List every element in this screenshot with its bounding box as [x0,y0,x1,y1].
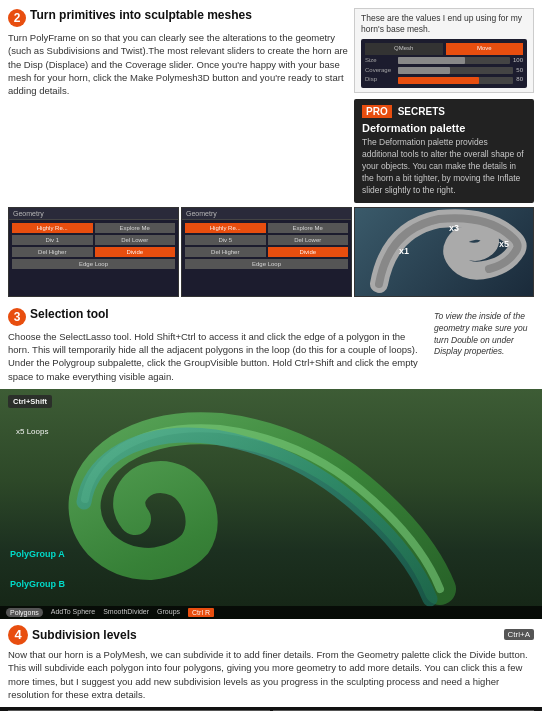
pro-secrets-body: The Deformation palette provides additio… [362,137,526,196]
loops-label: x5 Loops [16,427,48,436]
step3-heading: 3 Selection tool [8,307,428,326]
ctrl-shift-badge: Ctrl+Shift [8,395,52,408]
pro-secrets-header: PRO SECRETS [362,105,526,118]
step2-block: 2 Turn primitives into sculptable meshes… [8,8,348,203]
step3-number: 3 [8,308,26,326]
step4-title: Subdivision levels [32,628,137,642]
values-note-text: These are the values I end up using for … [361,13,522,34]
step3-note: To view the inside of the geometry make … [434,311,534,359]
geo-panels-left: Geometry Highly Re... Explore Me Div 1 D… [8,207,352,297]
step2-title: Turn primitives into sculptable meshes [30,8,252,22]
step3-left: 3 Selection tool Choose the SelectLasso … [8,307,428,383]
step3-section: 3 Selection tool Choose the SelectLasso … [0,301,542,389]
addto-sphere-label: AddTo Sphere [51,608,95,617]
ctrl-a-badge: Ctrl+A [504,629,534,640]
svg-text:x1: x1 [399,246,409,256]
top-screenshots-row: Geometry Highly Re... Explore Me Div 1 D… [0,207,542,301]
page: 2 Turn primitives into sculptable meshes… [0,0,542,711]
green-viewport: Ctrl+Shift x5 Loops Cluster Properties I… [0,389,542,619]
viewport-bottom-bar: Polygons AddTo Sphere SmoothDivider Grou… [0,606,542,619]
pro-secrets-box: PRO SECRETS Deformation palette The Defo… [354,99,534,202]
pro-secrets-subtitle: Deformation palette [362,122,526,134]
mask-viewport-area: Masking Inverse Ctrl MaskInv BlackMask G… [0,707,542,711]
values-note: These are the values I end up using for … [354,8,534,93]
polygroup-b-label: PolyGroup B [10,579,65,589]
horn-preview-top: x1 x3 x5 [354,207,534,297]
step3-note-block: To view the inside of the geometry make … [434,307,534,383]
step2-body: Turn PolyFrame on so that you can clearl… [8,31,348,97]
step2-number: 2 [8,9,26,27]
step4-section: 4 Subdivision levels Ctrl+A Now that our… [0,619,542,707]
groups-label: Groups [157,608,180,617]
secrets-label: SECRETS [398,106,445,117]
polygroup-a-label: PolyGroup A [10,549,65,559]
step4-number: 4 [8,625,28,645]
geo-panel-2: Geometry Highly Re... Explore Me Div 5 D… [181,207,352,297]
horn-svg-top: x1 x3 x5 [359,209,529,294]
step4-body: Now that our horn is a PolyMesh, we can … [8,648,534,701]
step2-heading: 2 Turn primitives into sculptable meshes [8,8,348,27]
step3-title: Selection tool [30,307,109,321]
top-right-area: These are the values I end up using for … [354,8,534,203]
horn-3d-svg [60,389,480,619]
svg-text:x5: x5 [499,239,509,249]
step3-body: Choose the SelectLasso tool. Hold Shift+… [8,330,428,383]
smooth-divider-label: SmoothDivider [103,608,149,617]
step4-heading-row: 4 Subdivision levels Ctrl+A [8,625,534,645]
polygons-label: Polygons [6,608,43,617]
geo-panel-1: Geometry Highly Re... Explore Me Div 1 D… [8,207,179,297]
top-section: 2 Turn primitives into sculptable meshes… [0,0,542,207]
ctrl-r-label: Ctrl R [188,608,214,617]
svg-text:x3: x3 [449,223,459,233]
pro-label: PRO [362,105,392,118]
